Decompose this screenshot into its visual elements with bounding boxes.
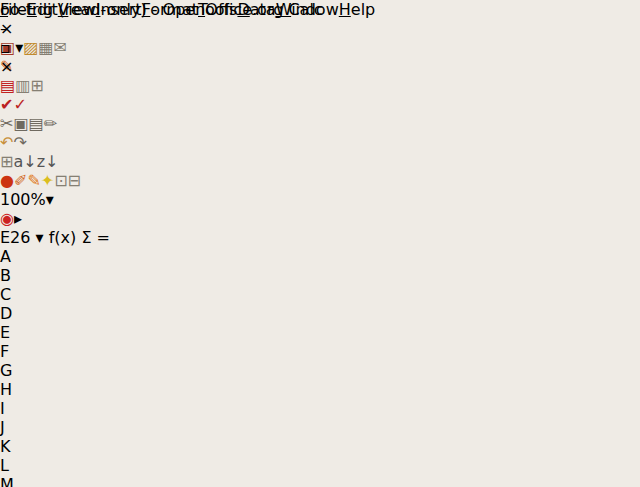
help-icon[interactable]: ◉ — [0, 209, 14, 228]
close-button[interactable]: × — [0, 57, 640, 76]
column-header-M[interactable]: M — [0, 475, 39, 487]
spellcheck-icon[interactable]: ✔ — [0, 95, 13, 114]
autospellcheck-icon[interactable]: ✓ — [13, 95, 26, 114]
formula-icon[interactable]: = — [97, 228, 110, 247]
insert-table-icon[interactable]: ⊞ — [0, 152, 13, 171]
styles-icon[interactable]: ⊡ — [54, 171, 67, 190]
gallery-icon[interactable]: ● — [0, 171, 14, 190]
cell-reference-input[interactable]: E26 — [0, 228, 30, 247]
export-pdf-icon[interactable]: ▤ — [0, 76, 15, 95]
window-title: oo-trig (read-only) - OpenOffice.org Cal… — [0, 0, 640, 19]
title-bar[interactable]: oo-trig (read-only) - OpenOffice.org Cal… — [0, 0, 640, 14]
page-preview-icon[interactable]: ⊞ — [30, 76, 43, 95]
column-header-G[interactable]: G — [0, 361, 39, 380]
column-header-I[interactable]: I — [0, 399, 39, 418]
maximize-button[interactable]: ▫ — [0, 38, 640, 57]
column-header-H[interactable]: H — [0, 380, 39, 399]
cell-reference-dropdown-icon[interactable]: ▾ — [36, 228, 44, 247]
zoom-dropdown-icon[interactable]: ▾ — [46, 190, 54, 209]
column-header-J[interactable]: J — [0, 418, 39, 437]
column-header-A[interactable]: A — [0, 247, 39, 266]
column-header-F[interactable]: F — [0, 342, 39, 361]
formula-bar: E26 ▾ f(x) Σ = — [0, 228, 640, 247]
sort-descending-icon[interactable]: z↓ — [37, 152, 59, 171]
column-header-B[interactable]: B — [0, 266, 39, 285]
paste-icon[interactable]: ▤ — [29, 114, 44, 133]
column-header-E[interactable]: E — [0, 323, 39, 342]
column-headers: ABCDEFGHIJKLMNO — [0, 247, 640, 487]
copy-icon[interactable]: ▣ — [13, 114, 28, 133]
sum-icon[interactable]: Σ — [81, 228, 91, 247]
app-window: oo-trig (read-only) - OpenOffice.org Cal… — [0, 0, 640, 487]
column-header-D[interactable]: D — [0, 304, 39, 323]
undo-icon[interactable]: ↶ — [0, 133, 13, 152]
column-header-K[interactable]: K — [0, 437, 39, 456]
column-header-L[interactable]: L — [0, 456, 39, 475]
zoom-select[interactable]: 100%▾ — [0, 190, 640, 209]
navigator-icon[interactable]: ✦ — [41, 171, 54, 190]
minimize-button[interactable]: – — [0, 19, 640, 38]
draw-functions-icon[interactable]: ✎ — [27, 171, 40, 190]
format-paintbrush-icon[interactable]: ✏ — [44, 114, 57, 133]
zoom-value: 100% — [0, 190, 46, 209]
print-icon[interactable]: ▥ — [15, 76, 30, 95]
cut-icon[interactable]: ✂ — [0, 114, 13, 133]
toolbar-overflow-icon[interactable]: ▸ — [14, 209, 22, 228]
data-sources-icon[interactable]: ⊟ — [68, 171, 81, 190]
hyperlink-icon[interactable]: ✐ — [14, 171, 27, 190]
sort-ascending-icon[interactable]: a↓ — [13, 152, 36, 171]
function-wizard-icon[interactable]: f(x) — [49, 228, 77, 247]
redo-icon[interactable]: ↷ — [13, 133, 26, 152]
column-header-C[interactable]: C — [0, 285, 39, 304]
